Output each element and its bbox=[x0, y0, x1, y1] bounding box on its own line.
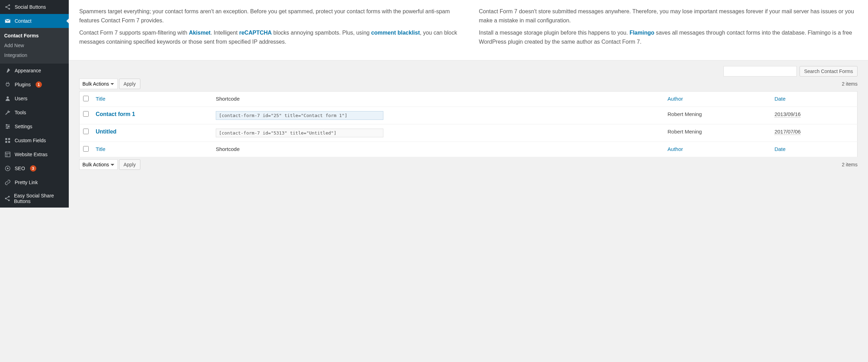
svg-rect-11 bbox=[5, 152, 10, 157]
search-input[interactable] bbox=[723, 66, 797, 77]
col-date[interactable]: Date bbox=[771, 92, 857, 107]
svg-point-13 bbox=[7, 168, 9, 169]
wrench-icon bbox=[4, 109, 11, 116]
sidebar-item-label: Tools bbox=[15, 110, 26, 115]
svg-rect-8 bbox=[8, 138, 10, 140]
link-icon bbox=[4, 179, 11, 186]
info-text: Install a message storage plugin before … bbox=[479, 28, 858, 46]
bulk-actions-select-bottom[interactable]: Bulk Actions bbox=[79, 159, 118, 170]
sidebar-submenu-contact: Contact Forms Add New Integration bbox=[0, 28, 69, 64]
sidebar-item-custom-fields[interactable]: Custom Fields bbox=[0, 133, 69, 147]
svg-point-2 bbox=[8, 8, 10, 10]
plug-icon bbox=[4, 81, 11, 88]
items-count-bottom: 2 items bbox=[842, 162, 858, 167]
col-title[interactable]: Title bbox=[92, 92, 212, 107]
sidebar-item-label: Appearance bbox=[15, 68, 41, 73]
col-shortcode: Shortcode bbox=[212, 92, 664, 107]
author-cell: Robert Mening bbox=[664, 124, 771, 142]
user-icon bbox=[4, 95, 11, 102]
select-all-checkbox-bottom[interactable] bbox=[83, 146, 89, 152]
info-text: Contact Form 7 supports spam-filtering w… bbox=[79, 28, 458, 46]
sidebar-item-website-extras[interactable]: Website Extras bbox=[0, 147, 69, 161]
svg-point-16 bbox=[8, 200, 10, 201]
sidebar-item-label: Social Buttons bbox=[15, 4, 46, 10]
svg-point-3 bbox=[7, 96, 9, 99]
info-text: Contact Form 7 doesn't store submitted m… bbox=[479, 7, 858, 25]
svg-point-14 bbox=[8, 196, 10, 198]
sidebar-item-label: SEO bbox=[15, 166, 25, 171]
sidebar-item-settings[interactable]: Settings bbox=[0, 120, 69, 133]
apply-button-bottom[interactable]: Apply bbox=[119, 159, 140, 170]
sidebar-item-easy-social-share[interactable]: Easy Social Share Buttons bbox=[0, 189, 69, 208]
col-title[interactable]: Title bbox=[92, 142, 212, 157]
svg-rect-7 bbox=[5, 138, 7, 140]
link-comment-blacklist[interactable]: comment blacklist bbox=[371, 30, 420, 36]
svg-rect-10 bbox=[8, 141, 10, 143]
sidebar-item-pretty-link[interactable]: Pretty Link bbox=[0, 175, 69, 189]
col-shortcode: Shortcode bbox=[212, 142, 664, 157]
sidebar-item-label: Pretty Link bbox=[15, 180, 38, 185]
sidebar-item-label: Easy Social Share Buttons bbox=[14, 193, 65, 204]
info-col-left: Spammers target everything; your contact… bbox=[79, 3, 458, 50]
seo-badge: 3 bbox=[30, 165, 36, 172]
col-author[interactable]: Author bbox=[664, 92, 771, 107]
apply-button[interactable]: Apply bbox=[119, 79, 140, 89]
svg-point-5 bbox=[8, 126, 9, 127]
seo-icon bbox=[4, 165, 11, 172]
layout-icon bbox=[4, 151, 11, 158]
shortcode-field[interactable]: [contact-form-7 id="5313" title="Untitle… bbox=[216, 129, 383, 137]
svg-rect-9 bbox=[5, 141, 7, 143]
link-akismet[interactable]: Akismet bbox=[189, 30, 211, 36]
admin-sidebar: Social Buttons Contact Contact Forms Add… bbox=[0, 0, 69, 208]
sidebar-item-label: Users bbox=[15, 96, 28, 101]
sidebar-item-tools[interactable]: Tools bbox=[0, 106, 69, 120]
svg-point-6 bbox=[7, 128, 8, 129]
items-count: 2 items bbox=[842, 81, 858, 87]
date-cell: 2017/07/06 bbox=[774, 129, 801, 135]
share-icon bbox=[4, 195, 10, 202]
contact-forms-table: Title Shortcode Author Date Contact form… bbox=[79, 91, 858, 157]
svg-point-15 bbox=[5, 198, 7, 200]
svg-point-1 bbox=[5, 6, 7, 8]
form-title-link[interactable]: Contact form 1 bbox=[96, 111, 135, 117]
table-row: Untitled [contact-form-7 id="5313" title… bbox=[80, 124, 858, 142]
plugins-badge: 1 bbox=[36, 81, 42, 88]
info-col-right: Contact Form 7 doesn't store submitted m… bbox=[479, 3, 858, 50]
link-flamingo[interactable]: Flamingo bbox=[630, 30, 654, 36]
col-author[interactable]: Author bbox=[664, 142, 771, 157]
link-recaptcha[interactable]: reCAPTCHA bbox=[239, 30, 272, 36]
shortcode-field[interactable]: [contact-form-7 id="25" title="Contact f… bbox=[216, 111, 383, 120]
submenu-contact-forms[interactable]: Contact Forms bbox=[0, 31, 69, 41]
sidebar-item-contact[interactable]: Contact bbox=[0, 14, 69, 28]
table-row: Contact form 1 [contact-form-7 id="25" t… bbox=[80, 107, 858, 124]
info-panel: Spammers target everything; your contact… bbox=[69, 0, 868, 60]
share-icon bbox=[4, 3, 11, 10]
svg-point-0 bbox=[8, 5, 10, 6]
sidebar-item-label: Contact bbox=[15, 18, 31, 24]
col-date[interactable]: Date bbox=[771, 142, 857, 157]
row-checkbox[interactable] bbox=[83, 129, 89, 134]
sidebar-item-seo[interactable]: SEO 3 bbox=[0, 161, 69, 175]
bulk-actions-select[interactable]: Bulk Actions bbox=[79, 79, 118, 89]
author-cell: Robert Mening bbox=[664, 107, 771, 124]
row-checkbox[interactable] bbox=[83, 111, 89, 117]
sidebar-item-label: Website Extras bbox=[15, 152, 47, 157]
sidebar-item-social-buttons[interactable]: Social Buttons bbox=[0, 0, 69, 14]
submenu-add-new[interactable]: Add New bbox=[0, 41, 69, 50]
info-text: Spammers target everything; your contact… bbox=[79, 7, 458, 25]
mail-icon bbox=[4, 17, 11, 24]
sidebar-item-plugins[interactable]: Plugins 1 bbox=[0, 78, 69, 92]
sliders-icon bbox=[4, 123, 11, 130]
sidebar-item-users[interactable]: Users bbox=[0, 92, 69, 106]
sidebar-item-appearance[interactable]: Appearance bbox=[0, 64, 69, 78]
date-cell: 2013/09/16 bbox=[774, 111, 801, 117]
select-all-checkbox[interactable] bbox=[83, 96, 89, 101]
grid-icon bbox=[4, 137, 11, 144]
submenu-integration[interactable]: Integration bbox=[0, 50, 69, 60]
main-content: Spammers target everything; your contact… bbox=[69, 0, 868, 208]
sidebar-item-label: Settings bbox=[15, 124, 32, 129]
search-button[interactable]: Search Contact Forms bbox=[800, 66, 858, 77]
form-title-link[interactable]: Untitled bbox=[96, 129, 117, 135]
sidebar-item-label: Custom Fields bbox=[15, 138, 46, 143]
brush-icon bbox=[4, 67, 11, 74]
